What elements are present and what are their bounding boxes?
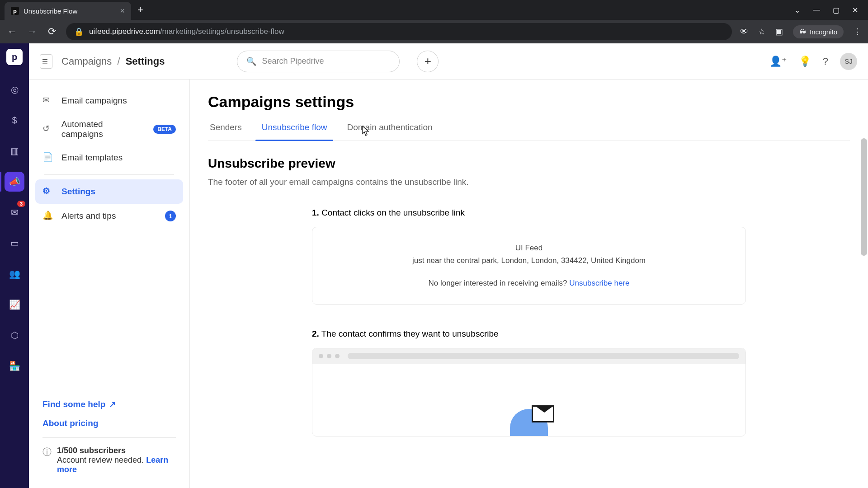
footer-unsub: No longer interested in receiving emails…	[330, 279, 727, 288]
rail-projects[interactable]: ▥	[5, 141, 24, 161]
tab-unsubscribe-flow[interactable]: Unsubscribe flow	[260, 122, 329, 141]
tab-domain-auth[interactable]: Domain authentication	[345, 122, 434, 141]
section-desc: The footer of all your email campaigns c…	[208, 177, 850, 187]
url-path: /marketing/settings/unsubscribe-flow	[160, 27, 284, 36]
add-button[interactable]: +	[417, 51, 439, 72]
sidebar-bottom: Find some help ↗ About pricing ⓘ 1/500 s…	[35, 390, 183, 479]
sidebar-item-label: Email templates	[61, 153, 123, 163]
sidebar-item-label: Alerts and tips	[61, 211, 116, 221]
about-pricing-link[interactable]: About pricing	[42, 418, 176, 428]
sidebar-toggle-icon[interactable]: ≡	[40, 54, 52, 69]
rail-insights[interactable]: 📈	[5, 295, 24, 314]
external-link-icon: ↗	[109, 399, 116, 409]
info-icon: ⓘ	[42, 446, 52, 474]
email-footer-preview: UI Feed just near the central park, Lond…	[312, 227, 746, 305]
eye-off-icon[interactable]: 👁	[740, 27, 748, 37]
rail-products[interactable]: ⬡	[5, 325, 24, 345]
beta-badge: BETA	[153, 125, 176, 134]
search-icon: 🔍	[246, 56, 256, 66]
gear-icon: ⚙	[42, 186, 54, 197]
maximize-icon[interactable]: ▢	[833, 6, 840, 14]
address-bar: ← → ⟳ 🔒 uifeed.pipedrive.com/marketing/s…	[0, 20, 868, 43]
envelope-icon: ✉	[42, 95, 54, 107]
rail-deals[interactable]: $	[5, 110, 24, 130]
envelope-illustration-icon	[510, 409, 548, 436]
sidebar-item-email-templates[interactable]: 📄 Email templates	[35, 145, 183, 170]
logo-icon[interactable]: p	[6, 49, 23, 65]
unsubscribe-link[interactable]: Unsubscribe here	[569, 279, 629, 287]
sidebar: ✉ Email campaigns ↺ Automated campaigns …	[29, 80, 190, 488]
rail-campaigns[interactable]: 📣	[5, 172, 24, 192]
minimize-icon[interactable]: —	[813, 6, 820, 14]
footer-org: UI Feed	[330, 244, 727, 253]
browser-chrome: p Unsubscribe Flow × + ⌄ — ▢ ✕ ← → ⟳ 🔒 u…	[0, 0, 868, 43]
url-input[interactable]: 🔒 uifeed.pipedrive.com/marketing/setting…	[66, 23, 732, 40]
step1-label: 1. Contact clicks on the unsubscribe lin…	[312, 208, 746, 218]
tab-title: Unsubscribe Flow	[24, 7, 77, 15]
new-tab-button[interactable]: +	[137, 4, 143, 16]
lightbulb-icon[interactable]: 💡	[799, 56, 811, 67]
sidebar-item-label: Settings	[61, 187, 95, 197]
tab-senders[interactable]: Senders	[208, 122, 244, 141]
reload-button[interactable]: ⟳	[46, 26, 58, 38]
confirm-body	[312, 364, 745, 436]
preview: 1. Contact clicks on the unsubscribe lin…	[312, 208, 746, 436]
body: ✉ Email campaigns ↺ Automated campaigns …	[29, 80, 868, 488]
search-placeholder: Search Pipedrive	[262, 56, 324, 66]
fake-url-bar	[348, 353, 739, 359]
dot-icon	[327, 354, 331, 358]
star-icon[interactable]: ☆	[758, 27, 765, 37]
menu-icon[interactable]: ⋮	[854, 27, 862, 37]
step2-label: 2. The contact confirms they want to uns…	[312, 329, 746, 339]
breadcrumb-root[interactable]: Campaigns	[61, 56, 112, 67]
confirm-browser-preview	[312, 348, 746, 436]
rail-leads[interactable]: ◎	[5, 80, 24, 99]
tabs: Senders Unsubscribe flow Domain authenti…	[208, 122, 850, 141]
invite-user-icon[interactable]: 👤⁺	[769, 56, 787, 67]
breadcrumb: Campaigns / Settings	[61, 56, 165, 67]
sidebar-item-settings[interactable]: ⚙ Settings	[35, 179, 183, 204]
sidebar-item-alerts[interactable]: 🔔 Alerts and tips 1	[35, 204, 183, 228]
find-help-link[interactable]: Find some help ↗	[42, 399, 176, 409]
alert-count-badge: 1	[165, 211, 176, 221]
close-tab-icon[interactable]: ×	[120, 6, 125, 16]
footer-address: just near the central park, London, Lond…	[330, 256, 727, 265]
sidebar-divider	[44, 174, 174, 175]
app: p ◎ $ ▥ 📣 ✉3 ▭ 👥 📈 ⬡ 🏪 ≡ Campaigns / Set…	[0, 43, 868, 488]
incognito-badge: 🕶 Incognito	[793, 25, 844, 38]
content: Campaigns settings Senders Unsubscribe f…	[190, 80, 868, 488]
rail-activities[interactable]: ▭	[5, 233, 24, 253]
sub-count: 1/500 subscribers	[57, 446, 176, 455]
bell-icon: 🔔	[42, 210, 54, 222]
breadcrumb-sep: /	[117, 56, 120, 67]
chevron-down-icon[interactable]: ⌄	[794, 6, 800, 14]
sidebar-item-label: Email campaigns	[61, 96, 127, 106]
section-title: Unsubscribe preview	[208, 156, 850, 171]
search-input[interactable]: 🔍 Search Pipedrive	[237, 51, 400, 72]
help-icon[interactable]: ?	[823, 56, 828, 67]
fake-browser-bar	[312, 348, 745, 364]
extension-icon[interactable]: ▣	[775, 27, 783, 37]
automation-icon: ↺	[42, 123, 54, 135]
sub-review: Account review needed.	[57, 455, 144, 465]
sidebar-item-automated-campaigns[interactable]: ↺ Automated campaigns BETA	[35, 113, 183, 145]
rail-contacts[interactable]: 👥	[5, 264, 24, 284]
mail-badge: 3	[17, 201, 25, 207]
page-title: Campaigns settings	[208, 93, 850, 111]
rail-marketplace[interactable]: 🏪	[5, 356, 24, 376]
back-button[interactable]: ←	[6, 26, 18, 38]
incognito-icon: 🕶	[799, 28, 806, 36]
incognito-label: Incognito	[810, 28, 837, 36]
rail-mail[interactable]: ✉3	[5, 202, 24, 222]
subscriber-status: ⓘ 1/500 subscribers Account review neede…	[42, 437, 176, 474]
browser-tab[interactable]: p Unsubscribe Flow ×	[5, 2, 131, 20]
lock-icon: 🔒	[74, 27, 84, 37]
favicon-icon: p	[11, 7, 19, 15]
scrollbar[interactable]	[861, 138, 867, 256]
dot-icon	[335, 354, 340, 358]
sidebar-item-email-campaigns[interactable]: ✉ Email campaigns	[35, 89, 183, 113]
avatar[interactable]: SJ	[840, 53, 857, 70]
breadcrumb-current: Settings	[126, 56, 165, 67]
forward-button[interactable]: →	[26, 26, 38, 38]
close-window-icon[interactable]: ✕	[852, 6, 858, 14]
